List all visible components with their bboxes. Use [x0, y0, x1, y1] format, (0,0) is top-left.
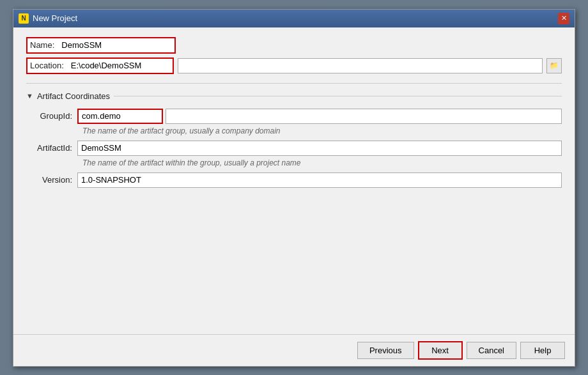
spacer: [26, 190, 562, 325]
version-label: Version:: [26, 175, 77, 185]
location-input[interactable]: [68, 59, 170, 72]
title-bar-left: N New Project: [19, 13, 77, 24]
artifact-id-input[interactable]: [77, 141, 562, 156]
version-input[interactable]: [77, 172, 562, 188]
browse-button[interactable]: 📁: [546, 58, 562, 73]
section-title: Artifact Coordinates: [37, 91, 110, 101]
name-label: Name:: [30, 40, 58, 50]
window-icon: N: [19, 13, 29, 24]
section-arrow: ▼: [26, 92, 33, 100]
cancel-button[interactable]: Cancel: [467, 342, 516, 359]
location-label: Location:: [30, 61, 68, 70]
dialog-footer: Previous Next Cancel Help: [13, 334, 575, 366]
window-title: New Project: [33, 13, 77, 23]
name-input[interactable]: [58, 39, 172, 52]
folder-icon: 📁: [550, 61, 559, 70]
next-button[interactable]: Next: [418, 341, 463, 360]
separator: [26, 83, 562, 84]
previous-button[interactable]: Previous: [357, 342, 414, 359]
group-id-hint: The name of the artifact group, usually …: [82, 126, 562, 135]
section-header[interactable]: ▼ Artifact Coordinates: [26, 91, 562, 101]
artifact-id-hint: The name of the artifact within the grou…: [82, 158, 562, 167]
artifact-id-row: ArtifactId:: [26, 141, 562, 156]
artifact-coordinates-section: ▼ Artifact Coordinates GroupId: The name…: [26, 91, 562, 190]
section-line: [114, 96, 562, 96]
help-button[interactable]: Help: [520, 342, 565, 359]
dialog-body: Name: Location: 📁 ▼ Artifact Coordinates: [13, 27, 575, 334]
new-project-dialog: N New Project ✕ Name: Location: 📁: [13, 9, 575, 367]
version-row: Version:: [26, 172, 562, 188]
group-id-input[interactable]: [79, 110, 162, 123]
close-button[interactable]: ✕: [558, 13, 569, 24]
group-id-label: GroupId:: [26, 111, 77, 121]
group-id-row: GroupId:: [26, 109, 562, 124]
artifact-id-label: ArtifactId:: [26, 143, 77, 153]
title-bar: N New Project ✕: [13, 10, 575, 27]
